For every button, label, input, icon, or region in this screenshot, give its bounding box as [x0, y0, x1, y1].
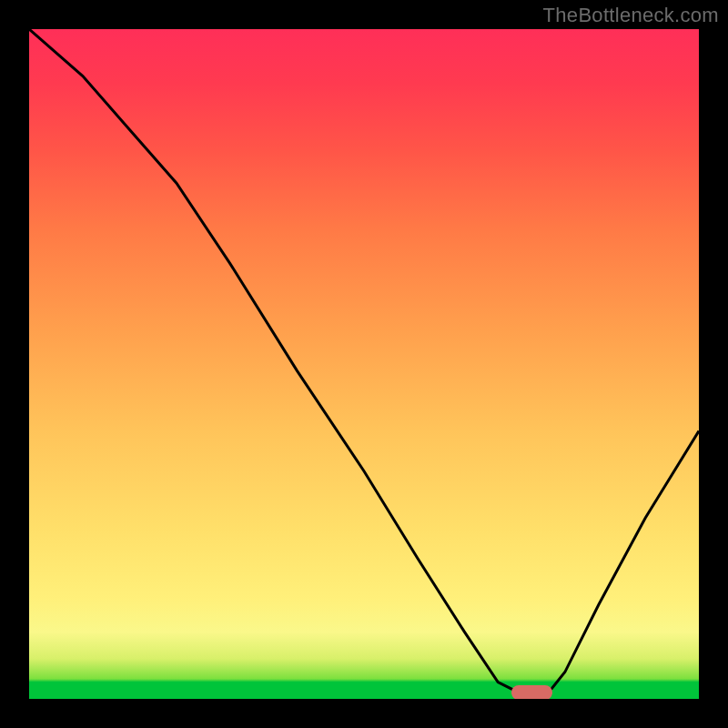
curve-overlay — [29, 29, 699, 699]
plot-area — [29, 29, 699, 699]
bottleneck-curve — [29, 29, 699, 693]
watermark-text: TheBottleneck.com — [543, 4, 719, 27]
chart-canvas: TheBottleneck.com — [0, 0, 728, 728]
optimal-marker — [511, 685, 552, 699]
